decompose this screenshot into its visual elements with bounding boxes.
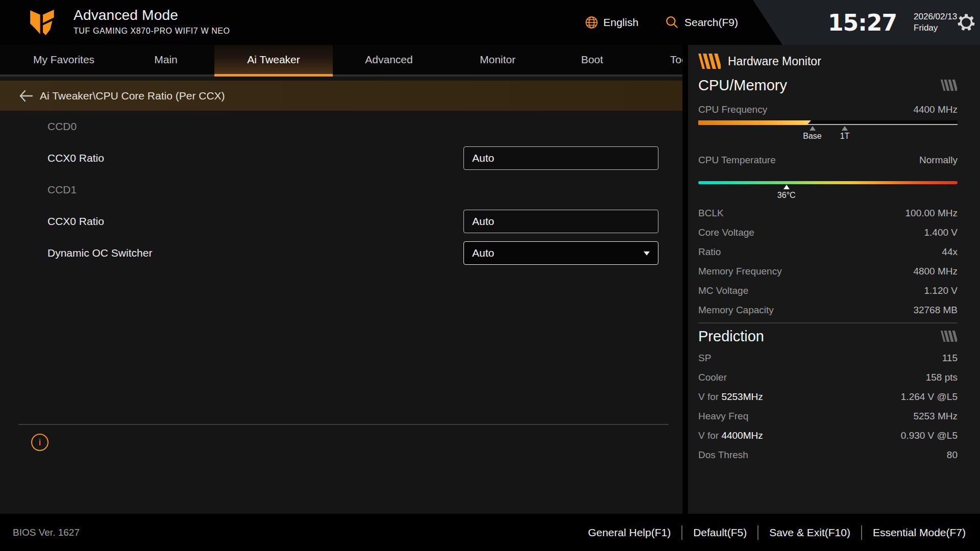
- setting-row: CCX0 Ratio: [0, 210, 682, 233]
- general-help-button[interactable]: General Help(F1): [588, 527, 671, 539]
- gear-icon: [957, 13, 975, 32]
- footer-bar: BIOS Ver. 1627 General Help(F1) Default(…: [0, 514, 980, 551]
- search-button[interactable]: Search(F9): [665, 0, 738, 45]
- search-label: Search(F9): [684, 16, 738, 29]
- bar-fill: [698, 120, 811, 125]
- stat-value: 32768 MB: [913, 305, 958, 316]
- group-label-ccd1: CCD1: [47, 182, 682, 197]
- stat-row: V for 5253MHz 1.264 V @L5: [698, 390, 958, 404]
- stat-label: SP: [698, 353, 711, 364]
- chevron-down-icon: [644, 252, 650, 256]
- page-title: Advanced Mode: [74, 7, 178, 23]
- stat-value: 44x: [942, 246, 958, 258]
- cpu-temperature-row: CPU Temperature Normally: [698, 154, 958, 166]
- clock-time: 15:27: [828, 10, 897, 36]
- globe-icon: [585, 16, 598, 29]
- hardware-monitor-header: Hardware Monitor: [698, 54, 958, 69]
- hardware-monitor-panel: Hardware Monitor CPU/Memory CPU Frequenc…: [682, 45, 980, 514]
- dynamic-oc-switcher-dropdown[interactable]: Auto: [463, 241, 658, 265]
- panel-title: Hardware Monitor: [728, 55, 821, 68]
- day-value: Friday: [914, 22, 957, 34]
- tuf-logo-icon: [29, 8, 56, 37]
- default-button[interactable]: Default(F5): [693, 527, 747, 539]
- stat-row: Memory Capacity 32768 MB: [698, 304, 958, 317]
- cpu-frequency-markers: Base 1T: [698, 125, 958, 143]
- tab-boot[interactable]: Boot: [550, 45, 634, 74]
- stat-label: Dos Thresh: [698, 449, 748, 461]
- tab-tool[interactable]: Tool: [634, 45, 682, 74]
- language-button[interactable]: English: [585, 0, 639, 45]
- settings-list: CCD0 CCX0 Ratio CCD1 CCX0 Ratio Dynamic …: [0, 119, 682, 265]
- section-title: Prediction: [698, 328, 764, 345]
- essential-mode-button[interactable]: Essential Mode(F7): [873, 527, 966, 539]
- stat-value: 5253 MHz: [913, 411, 958, 422]
- cpu-memory-stats: BCLK 100.00 MHz Core Voltage 1.400 V Rat…: [698, 207, 958, 317]
- tab-ai-tweaker[interactable]: Ai Tweaker: [214, 45, 333, 77]
- stat-row: Cooler 158 pts: [698, 371, 958, 384]
- settings-button[interactable]: [957, 13, 975, 32]
- setting-label: Dynamic OC Switcher: [47, 247, 463, 259]
- bios-screen: Advanced Mode TUF GAMING X870-PRO WIFI7 …: [0, 0, 980, 551]
- dropdown-value: Auto: [472, 247, 494, 259]
- tab-monitor[interactable]: Monitor: [445, 45, 550, 74]
- search-icon: [665, 15, 679, 30]
- temperature-marker-icon: [783, 185, 790, 189]
- save-exit-button[interactable]: Save & Exit(F10): [769, 527, 850, 539]
- stat-label: Memory Frequency: [698, 266, 782, 277]
- cpu-frequency-row: CPU Frequency 4400 MHz: [698, 104, 958, 116]
- stat-label: CPU Frequency: [698, 104, 767, 115]
- stat-row: Ratio 44x: [698, 245, 958, 259]
- stat-value: 115: [942, 353, 958, 364]
- cpu-temperature-markers: 36°C: [698, 184, 958, 201]
- group-label-ccd0: CCD0: [47, 119, 682, 134]
- base-marker-icon: [810, 126, 816, 131]
- cpu-memory-section-header: CPU/Memory: [698, 76, 958, 94]
- base-marker-label: Base: [803, 132, 821, 141]
- info-button[interactable]: i: [31, 434, 48, 451]
- footer-actions: General Help(F1) Default(F5) Save & Exit…: [588, 525, 966, 540]
- stat-value: 158 pts: [926, 372, 958, 383]
- stat-row: Dos Thresh 80: [698, 448, 958, 462]
- footer-separator: [681, 525, 682, 540]
- ccx0-ratio-input-ccd0[interactable]: [463, 146, 658, 170]
- stat-label: MC Voltage: [698, 285, 748, 296]
- stripes-icon: [698, 54, 721, 69]
- stat-value: 0.930 V @L5: [901, 430, 958, 441]
- stat-row: Heavy Freq 5253 MHz: [698, 410, 958, 423]
- setting-label: CCX0 Ratio: [47, 215, 463, 228]
- stat-value: 100.00 MHz: [905, 208, 958, 219]
- stat-row: MC Voltage 1.120 V: [698, 284, 958, 297]
- stat-value: 4800 MHz: [913, 266, 958, 277]
- clock-panel: 15:27 2026/02/13 Friday: [753, 0, 980, 45]
- stat-value: 1.120 V: [924, 285, 958, 296]
- tab-my-favorites[interactable]: My Favorites: [10, 45, 117, 74]
- back-button[interactable]: [18, 88, 34, 104]
- stat-row: V for 4400MHz 0.930 V @L5: [698, 429, 958, 442]
- breadcrumb: Ai Tweaker\CPU Core Ratio (Per CCX): [0, 81, 682, 111]
- breadcrumb-path: Ai Tweaker\CPU Core Ratio (Per CCX): [40, 90, 225, 102]
- board-name: TUF GAMING X870-PRO WIFI7 W NEO: [74, 27, 230, 36]
- tab-main[interactable]: Main: [117, 45, 214, 74]
- header: Advanced Mode TUF GAMING X870-PRO WIFI7 …: [0, 0, 980, 45]
- setting-row: CCX0 Ratio: [0, 146, 682, 170]
- stat-row: Memory Frequency 4800 MHz: [698, 265, 958, 278]
- stat-value: Normally: [919, 155, 958, 166]
- stat-value: 4400 MHz: [913, 104, 958, 115]
- stat-row: SP 115: [698, 352, 958, 365]
- stat-label: Ratio: [698, 246, 721, 258]
- stat-label: Cooler: [698, 372, 727, 383]
- date-value: 2026/02/13: [914, 11, 957, 22]
- bios-version: BIOS Ver. 1627: [13, 527, 80, 538]
- stat-label: Memory Capacity: [698, 305, 774, 316]
- footer-separator: [757, 525, 758, 540]
- stat-value: 80: [947, 449, 958, 461]
- stat-row: BCLK 100.00 MHz: [698, 207, 958, 220]
- cpu-frequency-bar: [698, 120, 958, 125]
- stat-value: 1.400 V: [924, 227, 958, 238]
- ccx0-ratio-input-ccd1[interactable]: [463, 210, 658, 233]
- back-arrow-icon: [18, 89, 34, 103]
- stat-label: V for 4400MHz: [698, 430, 763, 441]
- prediction-stats: SP 115 Cooler 158 pts V for 5253MHz 1.26…: [698, 352, 958, 462]
- tab-advanced[interactable]: Advanced: [333, 45, 445, 74]
- stripes-gray-icon: [940, 331, 958, 342]
